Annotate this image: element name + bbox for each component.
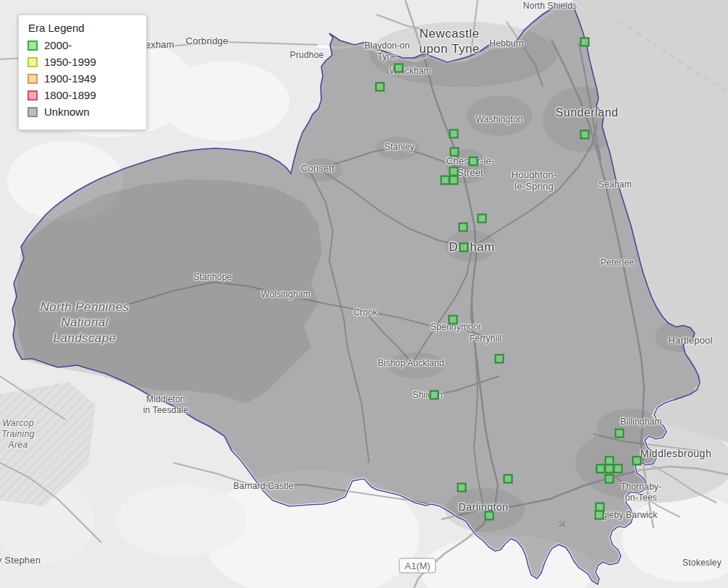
era-marker[interactable] <box>580 38 590 47</box>
legend-item: 1900-1949 <box>27 72 137 85</box>
era-marker[interactable] <box>376 82 385 92</box>
legend-item-label: 1900-1949 <box>44 72 96 85</box>
era-marker[interactable] <box>430 391 439 400</box>
legend-swatch <box>27 107 38 117</box>
era-marker[interactable] <box>605 474 614 484</box>
legend-item: Unknown <box>27 106 137 118</box>
legend-swatch <box>27 90 38 101</box>
era-marker[interactable] <box>595 511 604 520</box>
era-marker[interactable] <box>394 64 404 73</box>
legend-item: 2000- <box>27 39 137 51</box>
era-marker[interactable] <box>478 214 487 223</box>
era-marker[interactable] <box>580 130 590 140</box>
era-marker[interactable] <box>459 223 468 232</box>
era-marker[interactable] <box>485 511 494 521</box>
legend-item: 1950-1999 <box>27 56 137 68</box>
era-marker[interactable] <box>449 129 459 139</box>
era-marker[interactable] <box>614 464 623 474</box>
era-marker[interactable] <box>495 354 504 364</box>
legend-swatch <box>27 57 38 67</box>
legend-item: 1800-1899 <box>27 89 137 101</box>
era-marker[interactable] <box>460 243 469 252</box>
era-marker[interactable] <box>449 176 459 185</box>
era-legend: Era Legend 2000-1950-19991900-19491800-1… <box>18 14 147 130</box>
legend-item-label: 1950-1999 <box>44 56 96 68</box>
era-marker[interactable] <box>457 483 467 493</box>
legend-items: 2000-1950-19991900-19491800-1899Unknown <box>27 39 137 118</box>
legend-item-label: 2000- <box>44 39 72 51</box>
era-marker[interactable] <box>450 148 460 157</box>
legend-swatch <box>27 74 38 84</box>
era-marker[interactable] <box>632 456 642 466</box>
era-marker[interactable] <box>615 429 625 438</box>
legend-title: Era Legend <box>28 22 137 34</box>
map[interactable]: Newcastle upon TyneNorth ShieldsHexhamCo… <box>0 0 728 588</box>
era-marker[interactable] <box>504 474 513 484</box>
legend-item-label: Unknown <box>44 106 90 118</box>
legend-item-label: 1800-1899 <box>44 89 96 101</box>
legend-swatch <box>27 41 38 51</box>
era-marker[interactable] <box>469 157 478 166</box>
era-marker[interactable] <box>449 315 458 325</box>
